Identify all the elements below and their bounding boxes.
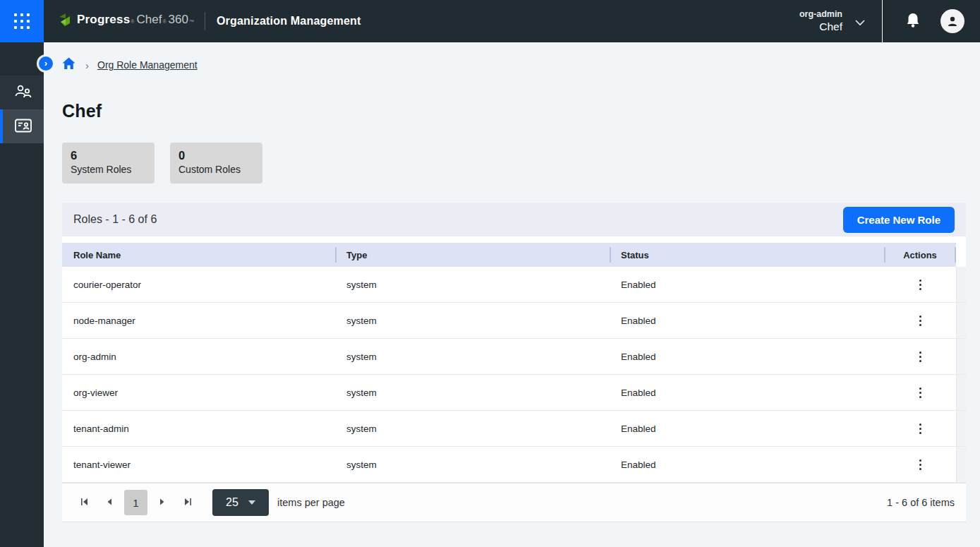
- cell-type: system: [335, 459, 610, 470]
- brand-logo: Progress® Chef® 360™: [58, 13, 195, 30]
- scrollbar-gutter: [956, 339, 966, 374]
- apps-grid-button[interactable]: [0, 0, 44, 42]
- roles-panel-title: Roles - 1 - 6 of 6: [73, 213, 157, 226]
- cell-actions: [884, 311, 956, 330]
- cell-actions: [884, 455, 956, 474]
- column-header-status: Status: [610, 243, 884, 267]
- cell-role-name: org-admin: [62, 351, 335, 362]
- next-page-button[interactable]: [152, 492, 173, 513]
- user-org-label: Chef: [799, 20, 842, 33]
- scrollbar-gutter: [956, 303, 966, 338]
- kebab-menu-icon[interactable]: [914, 347, 927, 366]
- page-size-select[interactable]: 25: [212, 489, 269, 516]
- cell-status: Enabled: [610, 387, 884, 398]
- trademark-symbol: ™: [189, 19, 194, 24]
- previous-page-button[interactable]: [99, 492, 120, 513]
- sidebar-expand-button[interactable]: ›: [39, 56, 53, 71]
- first-page-icon: [80, 498, 89, 508]
- home-icon[interactable]: [62, 57, 75, 73]
- table-row: tenant-adminsystemEnabled: [62, 411, 966, 447]
- first-page-button[interactable]: [73, 492, 95, 513]
- cell-role-name: tenant-admin: [62, 423, 335, 434]
- next-page-icon: [158, 498, 167, 508]
- table-body: courier-operatorsystemEnablednode-manage…: [62, 267, 966, 483]
- cell-actions: [884, 383, 956, 402]
- breadcrumb-link-org-role-management[interactable]: Org Role Management: [97, 59, 198, 71]
- sidebar-item-users[interactable]: [0, 76, 44, 109]
- scrollbar-gutter: [956, 243, 966, 267]
- chevron-down-icon: [855, 16, 865, 29]
- cell-status: Enabled: [610, 423, 884, 434]
- scrollbar-gutter: [956, 411, 966, 446]
- roles-panel-header: Roles - 1 - 6 of 6 Create New Role: [62, 203, 966, 236]
- page-size-value: 25: [226, 496, 238, 509]
- column-header-actions: Actions: [884, 243, 956, 267]
- kebab-menu-icon[interactable]: [914, 419, 927, 438]
- sidebar-lower-area: [0, 143, 44, 547]
- sidebar: [0, 42, 44, 547]
- header-divider: [205, 12, 205, 30]
- cell-role-name: tenant-viewer: [62, 459, 335, 470]
- stat-card-system-roles: 6 System Roles: [62, 143, 155, 184]
- user-org-switcher[interactable]: org-admin Chef: [799, 9, 865, 34]
- user-avatar-button[interactable]: [940, 9, 964, 33]
- scrollbar-gutter: [956, 375, 966, 410]
- breadcrumb-separator: ›: [85, 59, 89, 71]
- cell-role-name: courier-operator: [62, 279, 335, 290]
- kebab-menu-icon[interactable]: [914, 275, 927, 294]
- table-row: tenant-viewersystemEnabled: [62, 447, 966, 483]
- table-row: node-managersystemEnabled: [62, 303, 966, 339]
- previous-page-icon: [105, 498, 114, 508]
- last-page-button[interactable]: [177, 492, 198, 513]
- kebab-menu-icon[interactable]: [914, 383, 927, 402]
- sidebar-item-org-roles[interactable]: [0, 109, 44, 143]
- column-header-role-name: Role Name: [62, 243, 335, 267]
- brand-suffix: 360: [169, 13, 188, 27]
- cell-status: Enabled: [610, 315, 884, 326]
- notifications-button[interactable]: [905, 12, 921, 31]
- stat-value: 6: [71, 149, 146, 162]
- create-new-role-button[interactable]: Create New Role: [843, 207, 955, 233]
- breadcrumb: › Org Role Management: [62, 57, 966, 73]
- items-per-page-label: items per page: [277, 497, 345, 508]
- stat-label: System Roles: [71, 164, 146, 175]
- notifications-bell-icon: [905, 12, 921, 31]
- scrollbar-gutter: [956, 447, 966, 482]
- scrollbar-gutter: [956, 267, 966, 302]
- table-footer: 1 25 items per page 1 - 6 of 6 items: [62, 483, 966, 522]
- stat-label: Custom Roles: [179, 164, 254, 175]
- cell-actions: [884, 419, 956, 438]
- kebab-menu-icon[interactable]: [914, 311, 927, 330]
- page-number-button[interactable]: 1: [124, 490, 147, 515]
- cell-type: system: [335, 315, 610, 326]
- cell-actions: [884, 275, 956, 294]
- brand-name: Progress: [77, 13, 130, 27]
- user-role-label: org-admin: [799, 9, 842, 20]
- table-row: org-adminsystemEnabled: [62, 339, 966, 375]
- brand-product: Chef: [136, 13, 162, 27]
- trademark-symbol: ®: [162, 19, 166, 24]
- page-title: Chef: [62, 101, 966, 121]
- chevron-down-icon: [248, 500, 255, 505]
- header-section-divider: [882, 0, 883, 42]
- cell-type: system: [335, 351, 610, 362]
- last-page-icon: [183, 498, 193, 508]
- top-header: Progress® Chef® 360™ Organization Manage…: [0, 0, 980, 42]
- user-avatar-icon: [940, 9, 964, 33]
- stat-value: 0: [179, 149, 254, 162]
- table-row: org-viewersystemEnabled: [62, 375, 966, 411]
- kebab-menu-icon[interactable]: [914, 455, 927, 474]
- cell-role-name: node-manager: [62, 315, 335, 326]
- cell-type: system: [335, 387, 610, 398]
- main-content: › Org Role Management Chef 6 System Role…: [44, 42, 980, 547]
- cell-status: Enabled: [610, 279, 884, 290]
- cell-type: system: [335, 423, 610, 434]
- app-title: Organization Management: [217, 15, 361, 28]
- badge-card-icon: [14, 118, 32, 136]
- people-icon: [14, 84, 32, 102]
- items-range-label: 1 - 6 of 6 items: [887, 497, 955, 508]
- apps-grid-icon: [14, 13, 30, 29]
- cell-role-name: org-viewer: [62, 387, 335, 398]
- stat-card-custom-roles: 0 Custom Roles: [170, 143, 262, 184]
- progress-logo-icon: [58, 13, 72, 30]
